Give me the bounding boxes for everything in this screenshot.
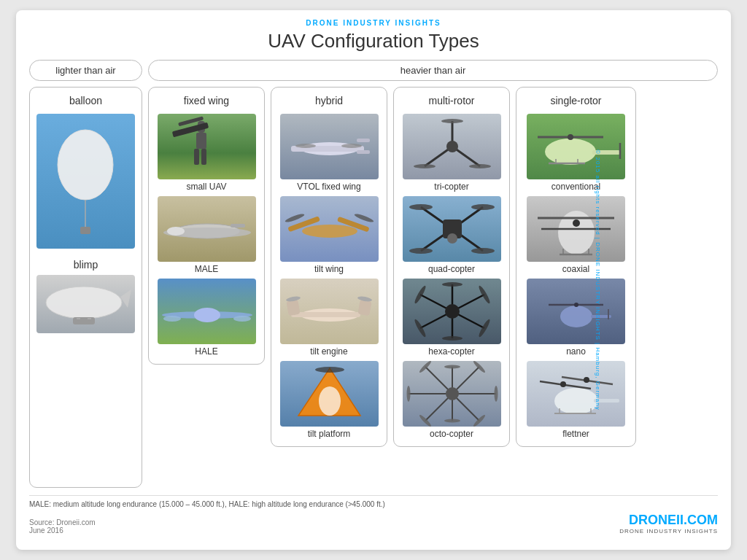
svg-point-70 xyxy=(442,282,462,287)
uav-image-flettner xyxy=(527,361,625,427)
uav-image-vtol xyxy=(280,114,379,179)
footer-date: June 2016 xyxy=(29,526,96,534)
column-multi-rotor: multi-rotor tri-copter xyxy=(393,87,510,447)
blimp-svg xyxy=(36,275,135,333)
svg-point-60 xyxy=(409,248,433,254)
balloon-svg xyxy=(36,114,135,249)
column-balloon: balloon blimp xyxy=(29,87,142,488)
svg-point-58 xyxy=(409,204,433,210)
uav-item-hale: HALE xyxy=(155,279,258,357)
category-lighter: lighter than air xyxy=(29,60,142,81)
svg-point-86 xyxy=(444,419,460,423)
uav-label-quad: quad-copter xyxy=(428,264,475,274)
svg-point-24 xyxy=(233,316,251,322)
svg-point-113 xyxy=(554,388,598,414)
columns-row: balloon blimp xyxy=(29,87,718,488)
uav-image-hexa xyxy=(403,279,501,344)
uav-item-coaxial: coaxial xyxy=(522,196,630,274)
footer-source: Source: Droneii.com xyxy=(29,518,96,526)
svg-point-96 xyxy=(568,134,573,140)
svg-point-34 xyxy=(284,212,304,223)
uav-item-tilt-platform: tilt platform xyxy=(277,361,381,439)
uav-item-octo: octo-copter xyxy=(400,361,503,439)
uav-label-tilt-wing: tilt wing xyxy=(314,264,344,274)
uav-item-blimp xyxy=(36,275,136,333)
uav-image-blimp xyxy=(36,275,135,333)
uav-item-hexa: hexa-copter xyxy=(400,279,503,357)
category-row: lighter than air heavier than air xyxy=(29,60,718,81)
tilt-platform-svg xyxy=(280,361,379,427)
nano-svg xyxy=(527,279,625,344)
svg-point-35 xyxy=(353,212,374,223)
tri-copter-svg xyxy=(403,114,501,179)
svg-point-115 xyxy=(560,381,566,387)
svg-point-92 xyxy=(494,386,498,402)
column-fixed-wing: fixed wing small UAV xyxy=(148,87,265,365)
uav-image-male xyxy=(158,196,256,262)
svg-point-31 xyxy=(302,225,357,238)
svg-point-50 xyxy=(441,119,463,123)
uav-label-small-uav: small UAV xyxy=(186,182,226,192)
uav-label-hexa: hexa-copter xyxy=(428,346,474,357)
uav-item-conventional: conventional xyxy=(522,114,630,192)
column-single-rotor: single-rotor xyxy=(516,87,636,447)
svg-point-49 xyxy=(446,141,458,152)
uav-item-nano: nano xyxy=(522,279,630,357)
uav-label-hale: HALE xyxy=(195,346,217,357)
copyright-text: © 2015 all rights reserved | DRONE INDUS… xyxy=(595,149,601,410)
male-svg xyxy=(158,196,256,262)
uav-item-tri: tri-copter xyxy=(400,114,503,192)
tilt-engine-svg xyxy=(280,279,379,344)
uav-item-balloon xyxy=(36,114,136,249)
uav-label-flettner: flettner xyxy=(562,429,589,439)
footnote: MALE: medium altitude long endurance (15… xyxy=(29,495,718,508)
uav-image-octo xyxy=(403,361,501,427)
svg-point-111 xyxy=(574,303,578,307)
uav-item-small-uav: small UAV xyxy=(155,114,258,192)
svg-point-22 xyxy=(194,308,220,322)
svg-rect-28 xyxy=(357,150,370,154)
uav-image-conventional xyxy=(527,114,625,179)
uav-image-balloon xyxy=(36,114,135,249)
uav-image-small-uav xyxy=(158,114,256,179)
svg-point-108 xyxy=(560,306,592,327)
svg-rect-39 xyxy=(357,300,371,316)
svg-point-44 xyxy=(319,386,341,416)
svg-point-30 xyxy=(341,144,362,148)
svg-point-61 xyxy=(471,248,495,254)
uav-label-blimp-header: blimp xyxy=(74,259,98,271)
small-uav-svg xyxy=(158,114,256,179)
column-hybrid-title: hybrid xyxy=(315,95,343,106)
svg-rect-27 xyxy=(357,139,370,142)
hale-svg xyxy=(158,279,256,344)
svg-point-73 xyxy=(477,284,491,304)
category-heavier: heavier than air xyxy=(148,60,718,81)
uav-label-male: MALE xyxy=(195,264,219,274)
brand-header: DRONE INDUSTRY INSIGHTS xyxy=(29,19,718,27)
uav-image-tri xyxy=(403,114,501,179)
uav-label-vtol: VTOL fixed wing xyxy=(297,182,360,192)
svg-point-45 xyxy=(315,367,344,373)
column-single-rotor-title: single-rotor xyxy=(550,95,601,106)
column-fixed-wing-title: fixed wing xyxy=(184,95,229,106)
svg-point-104 xyxy=(573,219,580,227)
svg-point-84 xyxy=(446,387,459,400)
uav-item-male: MALE xyxy=(155,196,258,274)
footer-brand: DRONEII.COM xyxy=(619,513,718,528)
svg-point-52 xyxy=(469,164,491,168)
brand-name: DRONE xyxy=(306,19,339,27)
svg-point-59 xyxy=(471,204,495,210)
uav-item-vtol: VTOL fixed wing xyxy=(277,114,381,192)
coaxial-svg xyxy=(527,196,625,262)
svg-point-20 xyxy=(167,227,185,236)
uav-label-tilt-platform: tilt platform xyxy=(308,429,351,439)
svg-point-85 xyxy=(444,365,460,369)
uav-image-quad xyxy=(403,196,501,262)
uav-label-tri: tri-copter xyxy=(434,182,468,192)
svg-marker-9 xyxy=(120,289,131,308)
uav-label-conventional: conventional xyxy=(551,182,600,192)
main-page: DRONE INDUSTRY INSIGHTS UAV Configuratio… xyxy=(16,10,731,550)
svg-rect-12 xyxy=(194,149,199,165)
flettner-svg xyxy=(527,361,625,427)
uav-label-coaxial: coaxial xyxy=(562,264,589,274)
